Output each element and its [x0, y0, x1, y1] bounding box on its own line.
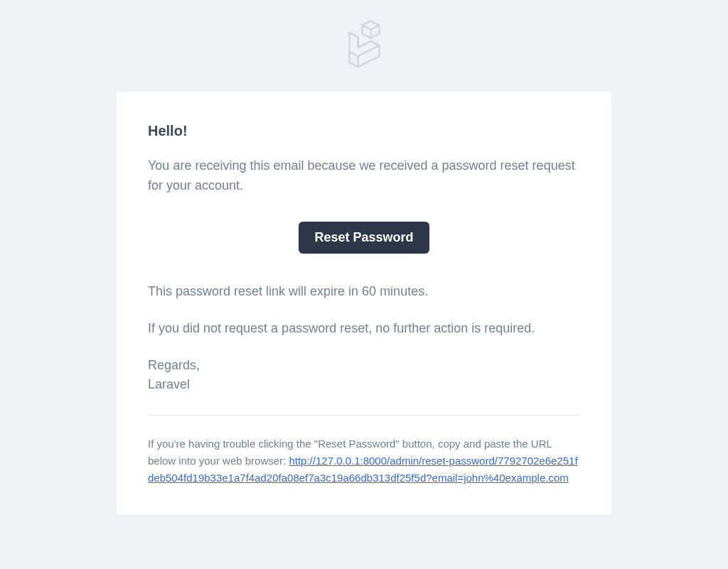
- svg-marker-4: [349, 33, 379, 67]
- reset-password-button[interactable]: Reset Password: [299, 222, 429, 254]
- expire-notice: This password reset link will expire in …: [148, 282, 580, 302]
- svg-line-9: [358, 45, 379, 56]
- svg-line-8: [370, 41, 379, 45]
- closing-name: Laravel: [148, 377, 190, 391]
- button-row: Reset Password: [148, 222, 580, 254]
- email-card: Hello! You are receiving this email beca…: [117, 92, 611, 515]
- divider: [148, 415, 580, 416]
- logo-area: [0, 18, 728, 92]
- closing-salutation: Regards,: [148, 358, 200, 372]
- svg-line-10: [349, 52, 358, 56]
- laravel-logo-icon: [338, 61, 391, 73]
- no-action-notice: If you did not request a password reset,…: [148, 319, 580, 339]
- svg-line-1: [362, 26, 370, 30]
- subcopy: If you're having trouble clicking the "R…: [148, 435, 580, 487]
- svg-line-7: [358, 41, 370, 48]
- closing: Regards, Laravel: [148, 356, 580, 396]
- email-wrapper: Hello! You are receiving this email beca…: [0, 0, 728, 515]
- svg-line-5: [349, 33, 358, 37]
- intro-text: You are receiving this email because we …: [148, 156, 580, 196]
- svg-line-2: [370, 26, 379, 30]
- greeting: Hello!: [148, 123, 580, 139]
